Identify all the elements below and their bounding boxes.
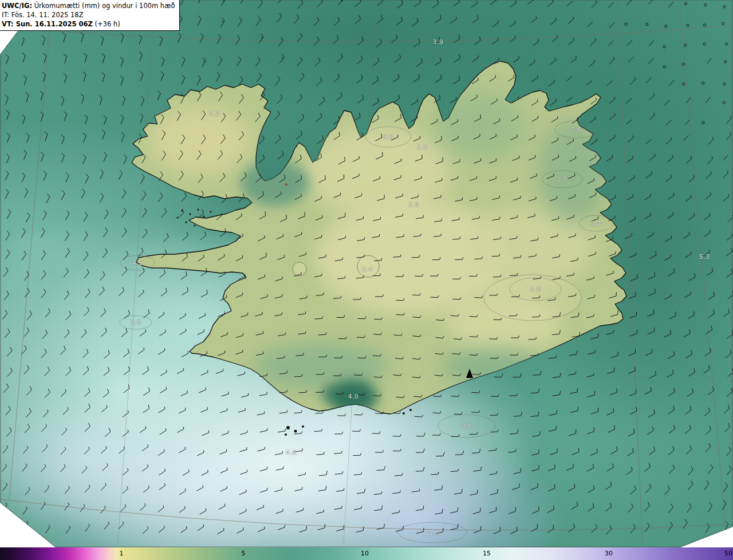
init-time-line: IT: Fös. 14. 11. 2025 18Z xyxy=(2,10,175,19)
colorbar-tick-label: 15 xyxy=(483,550,491,557)
weather-map-page: 3.95.25.66.02.62.52.62.45.34.52.44.63.64… xyxy=(0,0,733,560)
valid-time-line: VT: Sun. 16.11.2025 06Z (+36 h) xyxy=(2,19,175,29)
map-domain: 3.95.25.66.02.62.52.62.45.34.52.44.63.64… xyxy=(0,0,733,547)
colorbar-tick-label: 1 xyxy=(120,550,124,557)
colorbar-ticks: 1510153050 xyxy=(0,547,733,560)
colorbar-tick-label: 5 xyxy=(242,550,246,557)
colorbar-tick-label: 50 xyxy=(724,550,732,557)
wind-barbs-canvas xyxy=(0,0,733,547)
title-line: UWC/IG: Úrkomumætti (mm) og vindur i 100… xyxy=(2,1,175,10)
info-box: UWC/IG: Úrkomumætti (mm) og vindur i 100… xyxy=(0,0,180,31)
colorbar-tick-label: 30 xyxy=(605,550,613,557)
colorbar-tick-label: 10 xyxy=(361,550,369,557)
colorbar: 1510153050 xyxy=(0,547,733,560)
model-id: UWC/IG: xyxy=(2,2,32,10)
